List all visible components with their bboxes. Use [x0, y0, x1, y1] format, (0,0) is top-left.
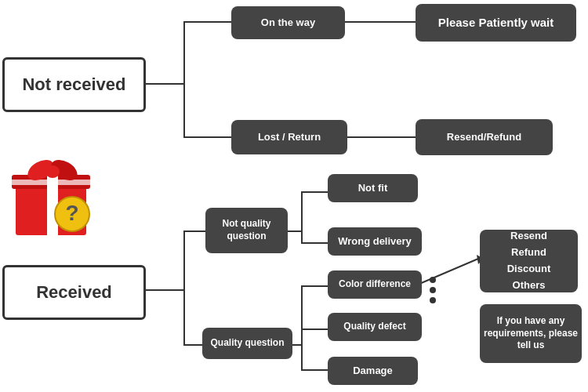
resend-etc-node: Resend Refund Discount Others	[480, 230, 578, 292]
please-wait-node: Please Patiently wait	[416, 4, 576, 42]
gift-box-image: ?	[8, 145, 102, 239]
resend-refund-top-node: Resend/Refund	[416, 119, 553, 155]
received-node: Received	[2, 265, 146, 320]
dots	[430, 277, 436, 303]
not-received-node: Not received	[2, 57, 146, 112]
quality-question-node: Quality question	[202, 328, 292, 359]
on-the-way-node: On the way	[231, 6, 345, 39]
not-quality-node: Not quality question	[205, 208, 288, 253]
lost-return-node: Lost / Return	[231, 120, 347, 154]
damage-node: Damage	[328, 357, 418, 385]
svg-rect-9	[12, 180, 90, 185]
svg-line-4	[414, 259, 478, 286]
not-fit-node: Not fit	[328, 174, 418, 202]
requirements-node: If you have any requirements, please tel…	[480, 304, 582, 363]
svg-text:?: ?	[65, 201, 78, 225]
svg-point-12	[45, 165, 60, 178]
wrong-delivery-node: Wrong delivery	[328, 227, 422, 256]
quality-defect-node: Quality defect	[328, 313, 422, 341]
color-difference-node: Color difference	[328, 270, 422, 299]
